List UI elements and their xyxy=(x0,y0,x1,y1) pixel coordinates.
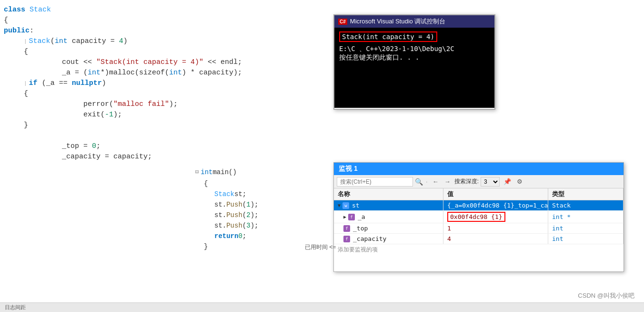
st-type-cell: Stack xyxy=(548,200,624,210)
code-line-10: perror("malloc fail"); xyxy=(0,99,333,110)
code-line-3: public: xyxy=(0,26,333,36)
depth-select[interactable]: 3 1 2 4 5 xyxy=(481,177,500,187)
a-name-cell: ▶ f _a xyxy=(334,211,443,223)
watch-icon: w xyxy=(342,202,349,209)
watch-table: 名称 值 类型 ▼ w st {_a=0x00f4dc98 {1}_top=1_… xyxy=(334,188,624,271)
code-line-7: _a = (int*)malloc(sizeof(int) * capacity… xyxy=(0,68,333,78)
search-icon: 🔍 xyxy=(415,178,423,186)
top-value: 1 xyxy=(447,225,451,232)
code-line-13 xyxy=(0,131,333,141)
console-icon: C# xyxy=(338,19,347,25)
constructor-name: Stack xyxy=(29,37,50,45)
console-output-msg: 按任意键关闭此窗口. . . xyxy=(339,53,490,62)
st-value-cell: {_a=0x00f4dc98 {1}_top=1_capacity=4 } xyxy=(443,200,548,210)
main-return: return 0; xyxy=(200,231,333,241)
depth-label: 搜索深度: xyxy=(454,177,479,186)
top-type: int xyxy=(552,225,563,232)
console-highlight-box: Stack(int capacity = 4) xyxy=(339,31,437,42)
console-output-path: E:\C 、C++\2023-1-10\Debug\2C xyxy=(339,45,490,53)
add-watch-row[interactable]: 添加要监视的项 xyxy=(334,244,624,255)
watch-row-capacity[interactable]: f _capacity 4 int xyxy=(334,234,624,244)
main-push3: st.Push(3); xyxy=(200,220,333,231)
watch-search-input[interactable] xyxy=(337,177,413,187)
field-icon-cap: f xyxy=(343,236,350,242)
code-line-12: } xyxy=(0,120,333,131)
forward-button[interactable]: → xyxy=(443,177,453,186)
col-type: 类型 xyxy=(548,188,624,200)
st-name: st xyxy=(352,202,360,209)
separator-1: · xyxy=(426,178,428,185)
code-line-4: | Stack(int capacity = 4) xyxy=(0,36,333,47)
code-line-2: { xyxy=(0,15,333,26)
code-editor: class Stack { public: | Stack(int capaci… xyxy=(0,0,333,312)
watch-row-st[interactable]: ▼ w st {_a=0x00f4dc98 {1}_top=1_capacity… xyxy=(334,200,624,211)
watch-toolbar: 🔍 · ← → 搜索深度: 3 1 2 4 5 📌 ⚙ xyxy=(334,175,624,188)
class-name: Stack xyxy=(30,6,51,14)
top-type-cell: int xyxy=(548,223,624,233)
a-name: _a xyxy=(358,213,365,220)
console-titlebar: C# Microsoft Visual Studio 调试控制台 xyxy=(334,15,494,28)
top-name-cell: f _top xyxy=(334,223,443,233)
cap-name-cell: f _capacity xyxy=(334,234,443,244)
watch-row-top[interactable]: f _top 1 int xyxy=(334,223,624,234)
col-value: 值 xyxy=(443,188,548,200)
status-left: 日志间距 xyxy=(5,304,26,311)
watch-titlebar: 监视 1 xyxy=(334,163,624,175)
st-name-cell: ▼ w st xyxy=(334,200,443,210)
console-output-highlighted: Stack(int capacity = 4) xyxy=(339,31,490,45)
watermark: CSDN @叫我小侯吧 xyxy=(578,291,634,300)
status-bar: 日志间距 xyxy=(0,302,644,312)
cap-value-cell: 4 xyxy=(443,234,548,244)
debug-console-window: C# Microsoft Visual Studio 调试控制台 Stack(i… xyxy=(333,14,495,110)
top-value-cell: 1 xyxy=(443,223,548,233)
code-line-9: { xyxy=(0,89,333,99)
top-name: _top xyxy=(353,225,368,232)
keyword-public: public xyxy=(4,27,30,35)
expand-icon-st[interactable]: ▼ xyxy=(338,203,341,208)
expand-icon-a[interactable]: ▶ xyxy=(343,214,346,219)
col-name: 名称 xyxy=(334,188,443,200)
settings-button[interactable]: ⚙ xyxy=(515,177,524,186)
a-type-cell: int * xyxy=(548,211,624,223)
elapsed-time-label: 已用时间 <= xyxy=(305,243,336,251)
main-push2: st.Push(2); xyxy=(200,210,333,220)
code-line-8: | if (_a == nullptr) xyxy=(0,78,333,89)
code-line-5: { xyxy=(0,47,333,57)
main-stack-st: Stack st; xyxy=(200,189,333,199)
console-body: Stack(int capacity = 4) E:\C 、C++\2023-1… xyxy=(334,28,494,108)
pin-button[interactable]: 📌 xyxy=(502,177,513,186)
keyword-class: class xyxy=(4,6,25,14)
cap-type: int xyxy=(552,235,563,242)
cap-type-cell: int xyxy=(548,234,624,244)
field-icon-top: f xyxy=(343,225,350,232)
main-push1: st.Push(1); xyxy=(200,199,333,210)
code-line-15: _capacity = capacity; xyxy=(0,152,333,162)
a-value-highlight: 0x00f4dc98 {1} xyxy=(447,212,505,222)
cap-value: 4 xyxy=(447,235,451,242)
main-brace-open: { xyxy=(200,178,333,189)
watch-table-body: ▼ w st {_a=0x00f4dc98 {1}_top=1_capacity… xyxy=(334,200,624,271)
watch-table-header: 名称 值 类型 xyxy=(334,188,624,200)
code-line-11: exit(-1); xyxy=(0,110,333,120)
watch-window: 监视 1 🔍 · ← → 搜索深度: 3 1 2 4 5 📌 ⚙ 名称 值 类型… xyxy=(333,162,624,272)
st-value: {_a=0x00f4dc98 {1}_top=1_capacity=4 } xyxy=(447,202,548,209)
code-line-6: cout << "Stack(int capacity = 4)" << end… xyxy=(0,57,333,68)
code-line-14: _top = 0; xyxy=(0,141,333,152)
main-code-panel: ⊟ int main() { Stack st; st.Push(1); st.… xyxy=(195,167,333,252)
field-icon-a: f xyxy=(348,214,355,220)
a-type: int * xyxy=(552,213,571,220)
cap-name: _capacity xyxy=(353,235,386,242)
console-title: Microsoft Visual Studio 调试控制台 xyxy=(350,17,446,26)
code-line-1: class Stack xyxy=(0,5,333,15)
a-value-cell: 0x00f4dc98 {1} xyxy=(443,211,548,223)
watch-row-a[interactable]: ▶ f _a 0x00f4dc98 {1} int * xyxy=(334,211,624,223)
st-type: Stack xyxy=(552,202,571,209)
back-button[interactable]: ← xyxy=(431,177,441,186)
